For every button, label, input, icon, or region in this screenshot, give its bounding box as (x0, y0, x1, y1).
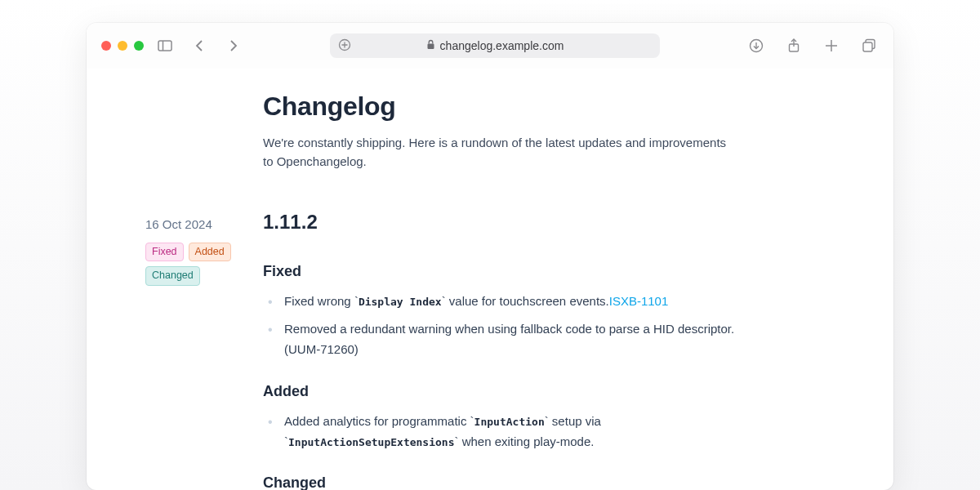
release-body: 1.11.2 Fixed Fixed wrong `Display Index`… (263, 211, 737, 491)
forward-button[interactable] (224, 36, 243, 56)
page-description: We're constantly shipping. Here is a run… (263, 133, 737, 172)
version-heading: 1.11.2 (263, 211, 737, 234)
tab-overview-icon[interactable] (859, 36, 879, 56)
page-title: Changelog (263, 91, 737, 122)
window-minimize-button[interactable] (118, 41, 127, 51)
section-heading-fixed: Fixed (263, 263, 737, 280)
page-content: Changelog We're constantly shipping. Her… (87, 69, 893, 490)
sidebar-toggle-icon[interactable] (155, 36, 175, 56)
list-item: Fixed wrong `Display Index` value for to… (263, 292, 737, 312)
share-icon[interactable] (784, 36, 804, 56)
window-close-button[interactable] (101, 41, 111, 51)
section-heading-added: Added (263, 383, 737, 400)
svg-rect-12 (863, 42, 872, 51)
tag-changed[interactable]: Changed (145, 266, 200, 286)
svg-rect-0 (158, 41, 172, 51)
site-settings-icon[interactable] (338, 38, 351, 54)
tag-added[interactable]: Added (189, 243, 231, 262)
address-bar[interactable]: changelog.example.com (330, 33, 660, 58)
back-button[interactable] (189, 36, 209, 56)
downloads-icon[interactable] (746, 36, 766, 56)
list-item: Added analytics for programmatic `InputA… (263, 412, 737, 452)
browser-chrome: changelog.example.com (87, 23, 893, 69)
address-url: changelog.example.com (440, 39, 564, 52)
svg-rect-5 (427, 44, 434, 50)
release-meta: 16 Oct 2024 Fixed Added Changed (145, 211, 252, 286)
traffic-lights (101, 41, 144, 51)
code-token: InputActionSetupExtensions (288, 436, 455, 448)
section-heading-changed: Changed (263, 474, 737, 490)
new-tab-icon[interactable] (822, 36, 841, 56)
tag-fixed[interactable]: Fixed (145, 243, 184, 262)
ticket-link[interactable]: ISXB-1101 (609, 294, 669, 308)
browser-window: changelog.example.com Changelog We're co… (87, 23, 893, 490)
code-token: Display Index (359, 296, 442, 308)
window-zoom-button[interactable] (134, 41, 144, 51)
code-token: InputAction (474, 416, 545, 428)
release-date: 16 Oct 2024 (145, 217, 252, 231)
lock-icon (426, 39, 435, 52)
list-item: Removed a redundant warning when using f… (263, 319, 737, 360)
